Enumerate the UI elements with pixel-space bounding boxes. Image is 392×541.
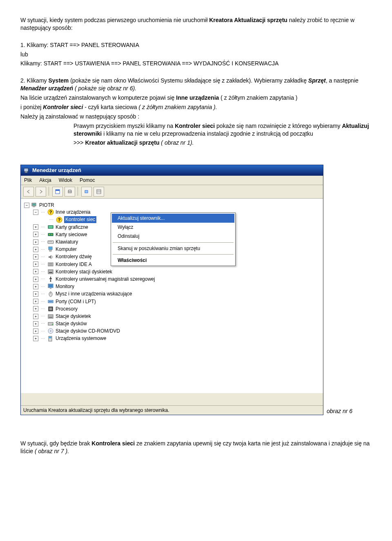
expander-plus-icon[interactable]: + bbox=[33, 247, 38, 252]
toolbar-button-print[interactable] bbox=[65, 187, 75, 197]
expander-plus-icon[interactable]: + bbox=[33, 232, 38, 237]
expander-plus-icon[interactable]: + bbox=[33, 314, 38, 319]
expander-plus-icon[interactable]: + bbox=[33, 277, 38, 282]
tree-item-label: Monitory bbox=[56, 283, 74, 290]
svg-rect-48 bbox=[49, 317, 52, 317]
svg-point-50 bbox=[52, 324, 53, 325]
tree-item-label: Kontrolery uniwersalnej magistrali szere… bbox=[56, 276, 155, 282]
expander-plus-icon[interactable]: + bbox=[33, 321, 38, 326]
expander-plus-icon[interactable]: + bbox=[33, 306, 38, 311]
tree-item-label: Mysz i inne urządzenia wskazujące bbox=[56, 291, 132, 297]
toolbar-button-properties[interactable] bbox=[52, 187, 63, 197]
svg-text:?: ? bbox=[49, 210, 52, 215]
expander-minus-icon[interactable]: − bbox=[33, 210, 38, 215]
svg-rect-47 bbox=[48, 315, 53, 318]
text-bold: System bbox=[48, 77, 69, 84]
text: Prawym przyciskiem myszki klikamy na bbox=[74, 123, 175, 129]
cdrom-icon bbox=[47, 328, 54, 334]
tree-item[interactable]: +⋯ Kontrolery uniwersalnej magistrali sz… bbox=[33, 275, 321, 283]
menu-help[interactable]: Pomoc bbox=[80, 177, 95, 183]
figure-caption: obraz nr 6 bbox=[327, 407, 352, 415]
tree-item[interactable]: +⋯ Stacje dysków CD-ROM/DVD bbox=[33, 327, 321, 335]
toolbar-button-scan[interactable] bbox=[81, 187, 92, 197]
ports-icon bbox=[47, 298, 54, 305]
text-italic: ( pokaże się obraz nr 6). bbox=[73, 85, 136, 92]
expander-plus-icon[interactable]: + bbox=[33, 239, 38, 245]
toolbar-button-back[interactable] bbox=[23, 187, 34, 197]
sound-icon bbox=[47, 254, 54, 260]
tree-item[interactable]: +⋯ Stacje dyskietek bbox=[33, 313, 321, 320]
text: , a następnie bbox=[326, 77, 359, 84]
svg-rect-20 bbox=[48, 233, 53, 236]
svg-rect-46 bbox=[49, 308, 52, 310]
tree-connector: ⋯ bbox=[40, 306, 46, 312]
expander-plus-icon[interactable]: + bbox=[33, 262, 38, 267]
expander-minus-icon[interactable]: − bbox=[24, 203, 29, 208]
floppy-icon bbox=[47, 313, 54, 320]
tree-item[interactable]: +⋯ Stacje dysków bbox=[33, 320, 321, 327]
menu-file[interactable]: Plik bbox=[24, 177, 32, 183]
svg-point-22 bbox=[51, 234, 52, 235]
svg-point-52 bbox=[50, 331, 51, 332]
mouse-icon bbox=[47, 291, 54, 297]
svg-point-35 bbox=[50, 281, 51, 282]
expander-plus-icon[interactable]: + bbox=[33, 299, 38, 304]
expander-plus-icon[interactable]: + bbox=[33, 254, 38, 259]
tree-item[interactable]: +⋯ Mysz i inne urządzenia wskazujące bbox=[33, 290, 321, 297]
svg-rect-25 bbox=[50, 241, 51, 242]
ide-controller-icon bbox=[47, 261, 54, 268]
usb-icon bbox=[47, 276, 54, 282]
tree-item[interactable]: +⋯ Monitory bbox=[33, 283, 321, 290]
keyboard-icon bbox=[47, 239, 54, 245]
toolbar-button-view[interactable] bbox=[94, 187, 104, 197]
indented-paragraph: Prawym przyciskiem myszki klikamy na Kon… bbox=[20, 122, 372, 138]
svg-rect-12 bbox=[32, 203, 36, 206]
tree-item[interactable]: +⋯ Kontrolery stacji dyskietek bbox=[33, 268, 321, 275]
expander-plus-icon[interactable]: + bbox=[33, 336, 38, 341]
menu-view[interactable]: Widok bbox=[59, 177, 72, 183]
ctx-properties[interactable]: Właściwości bbox=[112, 256, 234, 265]
expander-plus-icon[interactable]: + bbox=[33, 284, 38, 289]
expander-plus-icon[interactable]: + bbox=[33, 291, 38, 297]
tree-root[interactable]: − PIOTR bbox=[24, 202, 321, 208]
expander-plus-icon[interactable]: + bbox=[33, 269, 38, 274]
ctx-disable[interactable]: Wyłącz bbox=[112, 223, 234, 232]
text: (pokaże się nam okno Właściwości Systemu… bbox=[69, 77, 308, 84]
paragraph: 2. Klikamy System (pokaże się nam okno W… bbox=[20, 77, 372, 92]
ctx-scan[interactable]: Skanuj w poszukiwaniu zmian sprzętu bbox=[112, 244, 234, 253]
expander-plus-icon[interactable]: + bbox=[33, 329, 38, 334]
text: i poniżej bbox=[20, 104, 43, 110]
tree-connector: ⋯ bbox=[49, 217, 54, 223]
floppy-controller-icon bbox=[47, 268, 54, 275]
toolbar-button-forward[interactable] bbox=[36, 187, 46, 197]
tree-item[interactable]: +⋯ Procesory bbox=[33, 305, 321, 313]
display-adapter-icon bbox=[47, 224, 54, 230]
text-bold: Kreatora Aktualizacji sprzętu bbox=[209, 17, 287, 23]
menu-action[interactable]: Akcja bbox=[39, 177, 51, 183]
status-bar: Uruchamia Kreatora aktualizacji sprzętu … bbox=[21, 405, 323, 415]
tree-item[interactable]: +⋯ Urządzenia systemowe bbox=[33, 335, 321, 342]
tree-item-label: Stacje dysków CD-ROM/DVD bbox=[56, 328, 120, 334]
text: pokaże się nam rozwinięcie z którego wyb… bbox=[215, 123, 342, 129]
tree-connector: ⋯ bbox=[40, 321, 46, 326]
svg-rect-34 bbox=[49, 272, 52, 273]
paragraph: lub bbox=[20, 51, 372, 58]
tree-connector: ⋯ bbox=[40, 284, 46, 290]
expander-plus-icon[interactable]: + bbox=[33, 224, 38, 230]
tree-item[interactable]: +⋯ Porty (COM i LPT) bbox=[33, 298, 321, 305]
ctx-uninstall[interactable]: Odinstaluj bbox=[112, 232, 234, 241]
tree-root-label: PIOTR bbox=[39, 202, 54, 208]
svg-rect-23 bbox=[48, 241, 53, 244]
footer-paragraph: W sytuacji, gdy będzie brak Kontrolera s… bbox=[20, 440, 372, 455]
text-bold: Inne urządzenia bbox=[176, 94, 219, 101]
computer-icon bbox=[47, 246, 54, 253]
text-italic: ( obraz nr 1). bbox=[159, 139, 194, 146]
text-bold: Kreator aktualizacji sprzętu bbox=[85, 139, 159, 146]
tree-connector: ⋯ bbox=[40, 239, 46, 245]
tree-item-label: Kontrolery stacji dyskietek bbox=[56, 268, 112, 275]
tree-connector: ⋯ bbox=[40, 247, 46, 253]
window-titlebar[interactable]: Menedżer urządzeń bbox=[21, 165, 323, 176]
svg-rect-33 bbox=[48, 270, 53, 274]
ctx-update-driver[interactable]: Aktualizuj sterownik... bbox=[112, 214, 234, 223]
text: i klikamy na nie w celu przeprowadzenia … bbox=[102, 130, 313, 137]
